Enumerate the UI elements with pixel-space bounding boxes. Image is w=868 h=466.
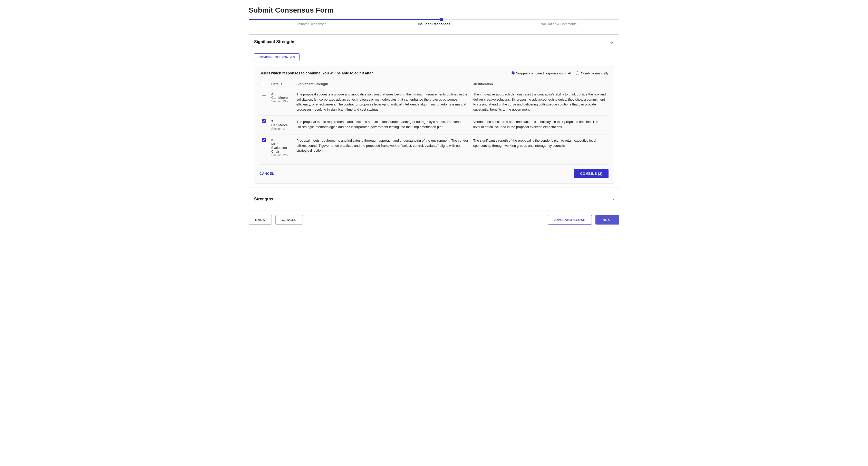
significant-strengths-section: Significant Strengths ⌄ COMBINE RESPONSE… bbox=[249, 34, 619, 188]
combine-panel-footer: CANCEL COMBINE (2) bbox=[259, 164, 609, 178]
row-checkbox-cell bbox=[259, 116, 269, 134]
combine-panel: Select which responses to combine. You w… bbox=[254, 66, 614, 184]
step-included-responses[interactable]: Included Responses bbox=[372, 22, 496, 26]
col-checkbox bbox=[259, 80, 269, 88]
col-justification-header: Justification bbox=[471, 80, 609, 88]
row-section: Section 1.1 bbox=[271, 127, 291, 131]
combine-button[interactable]: COMBINE (2) bbox=[574, 169, 609, 178]
row-detail-cell: 3 Mike Evaluation Chair Section 12.2 bbox=[269, 134, 294, 161]
row-justification-cell: The significant strength of the proposal… bbox=[471, 134, 609, 161]
progress-dot bbox=[440, 18, 443, 21]
strengths-section: Strengths › bbox=[249, 192, 619, 206]
row-name: Mike Evaluation Chair bbox=[271, 142, 291, 153]
next-button[interactable]: NEXT bbox=[595, 215, 619, 224]
chevron-right-icon: › bbox=[612, 196, 614, 202]
footer-right-actions: SAVE AND CLOSE NEXT bbox=[548, 215, 619, 224]
row-strength-cell: The proposal meets requirements and indi… bbox=[294, 116, 471, 134]
row-section: Section 12.2 bbox=[271, 153, 291, 157]
significant-strengths-header[interactable]: Significant Strengths ⌄ bbox=[249, 35, 619, 49]
row-num: 2 bbox=[271, 119, 291, 123]
combine-panel-title: Select which responses to combine. You w… bbox=[259, 71, 373, 75]
row-name: Carl Moore bbox=[271, 96, 291, 99]
significant-strengths-body: COMBINE RESPONSES Select which responses… bbox=[249, 49, 619, 188]
progress-steps: Evaluator Responses Included Responses F… bbox=[249, 20, 619, 29]
radio-ai-input[interactable] bbox=[511, 71, 515, 75]
progress-bar-section: Evaluator Responses Included Responses F… bbox=[249, 19, 619, 29]
table-row: 2 Carl Moore Section 1.1The proposal mee… bbox=[259, 116, 609, 134]
page-title: Submit Consensus Form bbox=[249, 6, 619, 14]
combine-radio-group: Suggest combined response using AI Combi… bbox=[511, 71, 609, 75]
radio-ai-option[interactable]: Suggest combined response using AI bbox=[511, 71, 571, 75]
save-and-close-button[interactable]: SAVE AND CLOSE bbox=[548, 215, 592, 224]
row-checkbox-cell bbox=[259, 134, 269, 161]
footer-cancel-button[interactable]: CANCEL bbox=[275, 215, 303, 224]
row-strength-cell: The proposal suggests a unique and innov… bbox=[294, 88, 471, 116]
radio-manual-label: Combine manually bbox=[581, 71, 609, 75]
significant-strengths-title: Significant Strengths bbox=[254, 39, 296, 44]
select-all-checkbox[interactable] bbox=[262, 82, 266, 85]
page-footer: BACK CANCEL SAVE AND CLOSE NEXT bbox=[249, 210, 619, 229]
row-section: Section 13.7 bbox=[271, 99, 291, 103]
strengths-title: Strengths bbox=[254, 197, 273, 201]
row-num: 3 bbox=[271, 138, 291, 142]
combine-panel-header: Select which responses to combine. You w… bbox=[259, 71, 609, 75]
table-row: 2 Carl Moore Section 13.7The proposal su… bbox=[259, 88, 609, 116]
row-detail-cell: 2 Carl Moore Section 1.1 bbox=[269, 116, 294, 134]
progress-track bbox=[249, 19, 619, 20]
strengths-header[interactable]: Strengths › bbox=[249, 192, 619, 206]
row-strength-cell: Proposal meets requirements and indicate… bbox=[294, 134, 471, 161]
radio-manual-option[interactable]: Combine manually bbox=[576, 71, 609, 75]
row-checkbox-cell bbox=[259, 88, 269, 116]
step-final-rating[interactable]: Final Rating & Comments bbox=[496, 22, 619, 26]
table-row: 3 Mike Evaluation Chair Section 12.2Prop… bbox=[259, 134, 609, 161]
row-detail-cell: 2 Carl Moore Section 13.7 bbox=[269, 88, 294, 116]
row-justification-cell: Vendor also considered seasonal factors … bbox=[471, 116, 609, 134]
radio-ai-label: Suggest combined response using AI bbox=[516, 71, 571, 75]
panel-cancel-button[interactable]: CANCEL bbox=[259, 172, 274, 176]
back-button[interactable]: BACK bbox=[249, 215, 272, 224]
row-name: Carl Moore bbox=[271, 123, 291, 127]
row-checkbox[interactable] bbox=[262, 92, 266, 96]
footer-left-actions: BACK CANCEL bbox=[249, 215, 303, 224]
row-checkbox[interactable] bbox=[262, 119, 266, 123]
response-table: Details Significant Strength Justificati… bbox=[259, 80, 609, 161]
col-details-header: Details bbox=[269, 80, 294, 88]
row-justification-cell: The innovative approach demonstrates the… bbox=[471, 88, 609, 116]
step-evaluator-responses[interactable]: Evaluator Responses bbox=[249, 22, 372, 26]
progress-fill bbox=[249, 19, 441, 20]
row-checkbox[interactable] bbox=[262, 138, 266, 142]
col-strength-header: Significant Strength bbox=[294, 80, 471, 88]
radio-manual-input[interactable] bbox=[576, 71, 579, 75]
row-num: 2 bbox=[271, 92, 291, 96]
combine-responses-button[interactable]: COMBINE RESPONSES bbox=[254, 53, 300, 61]
chevron-down-icon: ⌄ bbox=[610, 39, 614, 45]
